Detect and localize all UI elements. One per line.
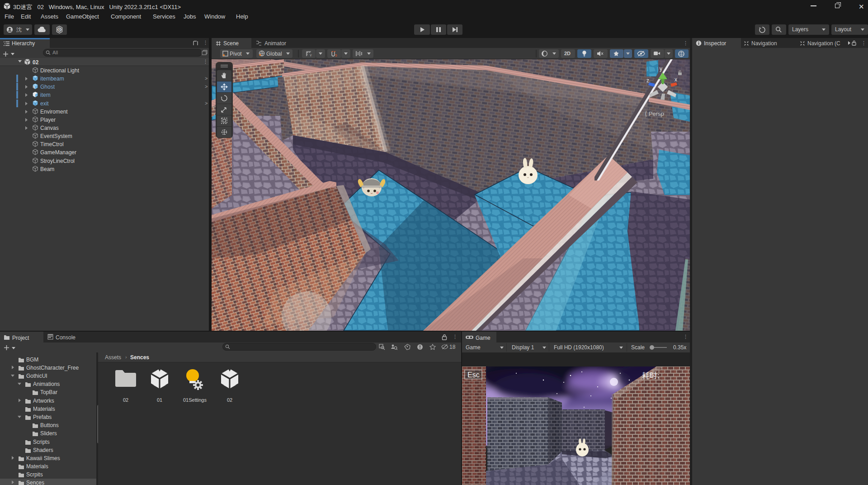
svg-text:⟨ Persp: ⟨ Persp xyxy=(645,110,664,117)
svg-text:D: D xyxy=(58,28,61,32)
svg-text:耗时:: 耗时: xyxy=(642,371,660,380)
svg-text:Esc: Esc xyxy=(467,371,480,379)
svg-text:z: z xyxy=(646,77,649,84)
svg-text:y: y xyxy=(660,66,662,72)
svg-text:x: x xyxy=(675,76,677,83)
svg-text:5: 5 xyxy=(335,53,337,57)
svg-text:Y: Y xyxy=(310,54,312,57)
